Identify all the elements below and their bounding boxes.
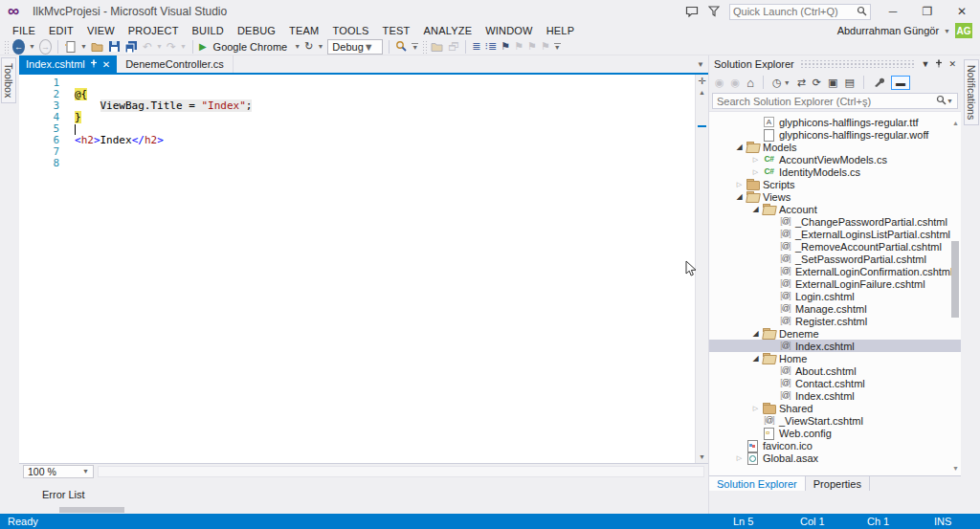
navigate-back-button[interactable]: ←: [12, 39, 25, 55]
tree-item[interactable]: ◢Deneme: [709, 327, 961, 340]
tab-denemecontroller-cs[interactable]: DenemeController.cs: [117, 55, 234, 73]
se-properties-wrench-button[interactable]: [873, 77, 884, 88]
code-line-text[interactable]: [67, 146, 75, 158]
start-debugging-icon[interactable]: ▶: [199, 39, 207, 55]
menu-item-view[interactable]: VIEW: [80, 25, 122, 36]
scroll-down-icon[interactable]: ▼: [699, 452, 705, 462]
notifications-filter-icon[interactable]: [708, 6, 720, 17]
quick-launch-input[interactable]: [733, 6, 857, 17]
se-show-all-files-button[interactable]: ▤: [844, 77, 854, 89]
pin-icon[interactable]: [90, 58, 98, 70]
next-bookmark-button[interactable]: ⚑: [527, 39, 537, 55]
user-dropdown-icon[interactable]: ▼: [944, 28, 950, 34]
notifications-tab[interactable]: Notifications: [964, 59, 979, 125]
code-line-text[interactable]: }: [67, 112, 81, 123]
expand-icon[interactable]: ▷: [749, 168, 762, 176]
tree-item[interactable]: [@]Register.cshtml: [709, 315, 961, 327]
toolbox-tab[interactable]: Toolbox: [1, 57, 16, 103]
menu-item-debug[interactable]: DEBUG: [231, 25, 282, 36]
undo-dropdown-icon[interactable]: ▼: [156, 43, 163, 50]
panel-drag-handle[interactable]: [800, 60, 916, 68]
expand-icon[interactable]: ▷: [749, 405, 762, 412]
tree-item[interactable]: [@]_SetPasswordPartial.cshtml: [709, 253, 961, 265]
tree-item[interactable]: [@]_ChangePasswordPartial.cshtml: [709, 215, 961, 228]
search-icon[interactable]: [857, 6, 867, 18]
tree-item[interactable]: Aglyphicons-halflings-regular.ttf: [709, 116, 961, 128]
se-forward-button[interactable]: ◉: [731, 77, 741, 89]
tab-solution-explorer[interactable]: Solution Explorer: [709, 476, 806, 491]
menu-item-build[interactable]: BUILD: [186, 25, 231, 36]
tree-item[interactable]: [@]Contact.cshtml: [709, 377, 961, 389]
uncomment-lines-button[interactable]: ⁝≣: [485, 39, 498, 55]
se-home-button[interactable]: ⌂: [746, 76, 754, 90]
collapse-icon[interactable]: ◢: [749, 354, 762, 363]
tree-scrollbar-thumb[interactable]: [951, 241, 959, 318]
toolbar-overflow-icon[interactable]: ▼: [412, 43, 418, 50]
toolbar-grip-2[interactable]: [422, 40, 427, 54]
code-line-text[interactable]: [67, 158, 75, 169]
comment-lines-button[interactable]: ≣: [472, 39, 480, 55]
tree-item[interactable]: ▷Shared: [709, 402, 961, 414]
se-pending-changes-button[interactable]: ◷▼: [772, 77, 791, 89]
close-tab-icon[interactable]: ✕: [102, 59, 110, 70]
toolbar-grip[interactable]: [4, 40, 9, 54]
se-preview-selected-toggle[interactable]: ▬: [891, 76, 910, 90]
feedback-icon[interactable]: [685, 6, 699, 17]
menu-item-analyze[interactable]: ANALYZE: [416, 25, 479, 36]
collapse-icon[interactable]: ◢: [733, 143, 746, 151]
browser-dropdown-icon[interactable]: ▼: [294, 43, 301, 50]
tree-item[interactable]: [@]About.cshtml: [709, 364, 961, 377]
tree-item[interactable]: [@]Index.cshtml: [709, 340, 961, 352]
tree-item[interactable]: ◢Views: [709, 190, 961, 203]
menu-item-window[interactable]: WINDOW: [479, 25, 539, 36]
menu-item-edit[interactable]: EDIT: [42, 25, 80, 36]
split-window-handle[interactable]: ✛: [698, 75, 705, 87]
expand-icon[interactable]: ▷: [733, 181, 746, 188]
undo-button[interactable]: ↶: [143, 39, 152, 55]
se-switch-views-button[interactable]: ⇄: [797, 77, 806, 89]
se-sync-button[interactable]: ⟳: [813, 77, 821, 89]
tab-properties[interactable]: Properties: [806, 476, 870, 491]
tree-item[interactable]: ▷C#IdentityModels.cs: [709, 165, 961, 178]
zoom-combobox[interactable]: 100 %▼: [23, 465, 94, 478]
code-line[interactable]: 1: [19, 77, 695, 89]
code-editor[interactable]: 12@{3 ViewBag.Title = "Index";4}56<h2>In…: [19, 75, 695, 463]
tree-vertical-scrollbar[interactable]: ▲ ▼: [948, 112, 961, 475]
restore-button[interactable]: ❐: [915, 5, 940, 18]
user-name[interactable]: Abdurrahman Güngör: [837, 25, 939, 36]
panel-pin-icon[interactable]: [935, 59, 943, 70]
toolbar-overflow-icon-2[interactable]: ▼: [554, 43, 561, 50]
menu-item-tools[interactable]: TOOLS: [325, 25, 375, 36]
se-back-button[interactable]: ◉: [715, 77, 724, 89]
error-list-label[interactable]: Error List: [42, 489, 85, 500]
tree-item[interactable]: favicon.ico: [709, 439, 961, 452]
tree-item[interactable]: ◢Home: [709, 352, 961, 364]
tree-item[interactable]: [@]Index.cshtml: [709, 389, 961, 402]
tree-item[interactable]: [@]_ViewStart.cshtml: [709, 414, 961, 427]
se-collapse-all-button[interactable]: ▣: [828, 77, 837, 89]
editor-horizontal-scrollbar[interactable]: [98, 466, 704, 477]
new-file-button[interactable]: [64, 39, 77, 55]
error-list-tab-indicator[interactable]: [59, 507, 124, 513]
close-button[interactable]: ✕: [949, 5, 974, 18]
tree-item[interactable]: [@]_RemoveAccountPartial.cshtml: [709, 240, 961, 253]
tree-scroll-up-icon[interactable]: ▲: [952, 120, 959, 126]
tree-item[interactable]: [@]ExternalLoginFailure.cshtml: [709, 277, 961, 290]
tree-item[interactable]: ▷Global.asax: [709, 452, 961, 464]
toggle-bookmark-button[interactable]: ⚑: [501, 39, 510, 55]
panel-menu-dropdown-icon[interactable]: ▼: [922, 59, 930, 69]
tree-item[interactable]: [@]Manage.cshtml: [709, 302, 961, 315]
tree-item[interactable]: ◢Models: [709, 141, 961, 153]
quick-launch-box[interactable]: [729, 4, 871, 20]
clear-bookmarks-button[interactable]: ⚑: [541, 39, 550, 55]
code-line[interactable]: 3 ViewBag.Title = "Index";: [19, 100, 695, 112]
tree-item[interactable]: Web.config: [709, 427, 961, 439]
expand-icon[interactable]: ▷: [733, 454, 746, 462]
collapse-icon[interactable]: ◢: [749, 329, 762, 338]
code-line-text[interactable]: <h2>Index</h2>: [67, 135, 164, 146]
search-options-dropdown-icon[interactable]: ▼: [947, 98, 953, 104]
navigate-back-dropdown-icon[interactable]: ▼: [29, 43, 35, 50]
menu-item-file[interactable]: FILE: [6, 25, 42, 36]
open-file-button[interactable]: [91, 39, 104, 55]
preview-changes-button[interactable]: 🗗: [448, 39, 459, 55]
